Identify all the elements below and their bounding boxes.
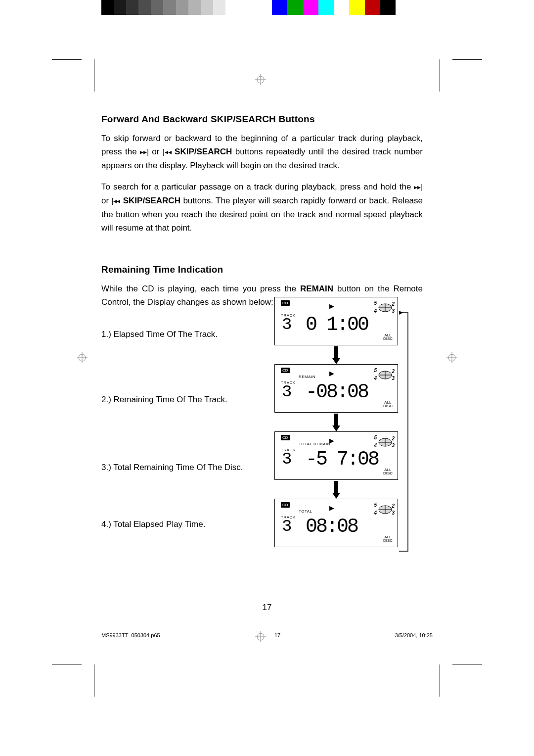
disc-dial-icon bbox=[378, 502, 393, 518]
lcd-sequence-diagram: CDTRACK▶524330 1:00ALLDISCCDREMAINTRACK▶… bbox=[274, 297, 398, 547]
crop-mark bbox=[452, 634, 482, 664]
heading-remaining-time: Remaining Time Indication bbox=[101, 264, 423, 275]
label-remain: REMAIN bbox=[300, 284, 333, 293]
print-footer: MS9933TT_050304.p65 17 3/5/2004, 10:25 bbox=[101, 632, 433, 638]
prev-track-icon: |◂◂ bbox=[112, 194, 121, 208]
all-disc-label: ALLDISC bbox=[383, 535, 393, 543]
footer-date: 3/5/2004, 10:25 bbox=[395, 632, 433, 638]
manual-page: Forward And Backward SKIP/SEARCH Buttons… bbox=[0, 0, 534, 756]
lcd-mode-label: TOTAL bbox=[299, 509, 312, 514]
crop-mark bbox=[52, 59, 82, 90]
footer-page: 17 bbox=[274, 632, 280, 638]
all-disc-label: ALLDISC bbox=[383, 468, 393, 475]
disc-number: 4 bbox=[374, 376, 377, 381]
disc-number: 4 bbox=[374, 510, 377, 516]
disc-number: 4 bbox=[374, 308, 377, 314]
disc-dial-icon bbox=[378, 368, 393, 383]
page-number: 17 bbox=[0, 603, 534, 613]
registration-mark-icon bbox=[77, 352, 88, 363]
all-disc-label: ALLDISC bbox=[383, 333, 393, 341]
lcd-panel: CDREMAINTRACK▶52433-08:08ALLDISC bbox=[274, 364, 398, 413]
crop-mark bbox=[52, 634, 82, 664]
track-number-display: 3 bbox=[282, 319, 291, 331]
play-icon: ▶ bbox=[329, 504, 334, 512]
registration-mark-icon bbox=[446, 352, 457, 363]
lcd-panel: CDTOTAL REMAINTRACK▶52433-5 7:08ALLDISC bbox=[274, 431, 398, 480]
play-icon: ▶ bbox=[329, 437, 334, 444]
play-icon: ▶ bbox=[329, 302, 334, 310]
disc-dial-icon bbox=[378, 300, 393, 316]
next-track-icon: ▸▸| bbox=[140, 145, 149, 159]
time-display: -5 7:08 bbox=[306, 452, 378, 468]
crop-mark bbox=[94, 664, 94, 697]
all-disc-label: ALLDISC bbox=[383, 401, 393, 408]
color-calibration-strip bbox=[272, 0, 396, 15]
label-skip-search: SKIP/SEARCH bbox=[172, 147, 232, 156]
time-display: 0 1:00 bbox=[306, 317, 368, 333]
track-number-display: 3 bbox=[282, 521, 291, 533]
cycle-arrow-icon bbox=[397, 309, 412, 556]
registration-mark-icon bbox=[255, 74, 266, 85]
cd-badge: CD bbox=[281, 300, 290, 306]
track-number-display: 3 bbox=[282, 386, 291, 398]
time-display: 08:08 bbox=[306, 519, 357, 535]
text: or bbox=[101, 196, 112, 205]
crop-mark bbox=[94, 59, 94, 92]
disc-number: 5 bbox=[374, 502, 377, 508]
disc-number: 5 bbox=[374, 368, 377, 373]
paragraph: To search for a particular passage on a … bbox=[101, 180, 423, 235]
next-track-icon: ▸▸| bbox=[414, 181, 423, 194]
disc-number: 5 bbox=[374, 435, 377, 440]
paragraph: To skip forward or backward to the begin… bbox=[101, 132, 423, 172]
down-arrow-icon bbox=[274, 480, 398, 499]
footer-file: MS9933TT_050304.p65 bbox=[101, 632, 160, 638]
cd-badge: CD bbox=[281, 435, 290, 440]
lcd-panel: CDTRACK▶524330 1:00ALLDISC bbox=[274, 297, 398, 345]
track-number-display: 3 bbox=[282, 454, 291, 466]
crop-mark bbox=[440, 664, 440, 697]
crop-mark bbox=[452, 59, 482, 90]
disc-number: 4 bbox=[374, 443, 377, 448]
lcd-mode-label: REMAIN bbox=[299, 375, 315, 379]
disc-dial-icon bbox=[378, 435, 393, 451]
disc-number: 5 bbox=[374, 300, 377, 306]
text: While the CD is playing, each time you p… bbox=[101, 284, 300, 293]
text: To search for a particular passage on a … bbox=[101, 182, 414, 191]
grayscale-calibration-strip bbox=[101, 0, 238, 15]
text: or bbox=[149, 147, 163, 156]
label-skip-search: SKIP/SEARCH bbox=[120, 196, 180, 205]
time-display: -08:08 bbox=[306, 384, 368, 400]
down-arrow-icon bbox=[274, 345, 398, 364]
heading-skip-search: Forward And Backward SKIP/SEARCH Buttons bbox=[101, 114, 423, 125]
crop-mark bbox=[440, 59, 440, 92]
lcd-panel: CDTOTALTRACK▶5243308:08ALLDISC bbox=[274, 499, 398, 547]
prev-track-icon: |◂◂ bbox=[163, 145, 172, 159]
cd-badge: CD bbox=[281, 368, 290, 373]
cd-badge: CD bbox=[281, 502, 290, 508]
down-arrow-icon bbox=[274, 413, 398, 431]
lcd-mode-label: TOTAL REMAIN bbox=[299, 442, 330, 446]
play-icon: ▶ bbox=[329, 370, 334, 377]
